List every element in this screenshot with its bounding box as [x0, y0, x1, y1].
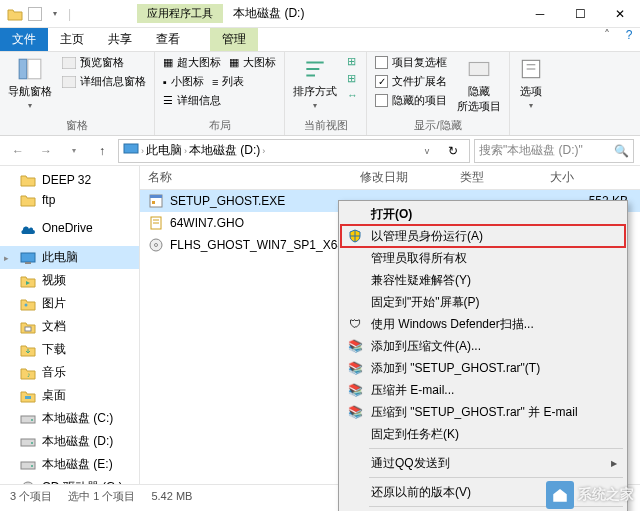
tree-item[interactable]: 本地磁盘 (E:) [0, 453, 139, 476]
separator [369, 448, 623, 449]
svg-point-16 [31, 442, 33, 444]
add-columns[interactable]: ⊞ [345, 71, 360, 86]
col-size[interactable]: 大小 [550, 169, 640, 186]
tree-item[interactable]: ▸此电脑 [0, 246, 139, 269]
tab-file[interactable]: 文件 [0, 28, 48, 51]
cm-compress-rar-email[interactable]: 📚压缩到 "SETUP_GHOST.rar" 并 E-mail [341, 401, 625, 423]
tree-item[interactable]: 图片 [0, 292, 139, 315]
tree-item[interactable]: OneDrive [0, 218, 139, 238]
col-date[interactable]: 修改日期 [360, 169, 460, 186]
back-button[interactable]: ← [6, 139, 30, 163]
cm-open[interactable]: 打开(O) [341, 203, 625, 225]
tree-item[interactable]: 本地磁盘 (D:) [0, 430, 139, 453]
item-checkboxes[interactable]: 项目复选框 [373, 54, 449, 71]
tree-item[interactable]: ♪音乐 [0, 361, 139, 384]
tab-view[interactable]: 查看 [144, 28, 192, 51]
downloads-icon [20, 343, 36, 357]
archive-icon: 📚 [347, 338, 363, 354]
col-name[interactable]: 名称 [140, 169, 360, 186]
history-dropdown[interactable]: v [415, 140, 439, 162]
minimize-button[interactable]: ─ [520, 0, 560, 28]
tree-item-label: 桌面 [42, 387, 66, 404]
ribbon-body: 导航窗格 ▾ 预览窗格 详细信息窗格 窗格 ▦超大图标▦大图标 ▪小图标≡列表 … [0, 52, 640, 136]
help-button[interactable]: ? [618, 28, 640, 51]
svg-rect-3 [62, 76, 76, 88]
cm-compatibility[interactable]: 兼容性疑难解答(Y) [341, 269, 625, 291]
crumb-current[interactable]: 本地磁盘 (D:) [189, 142, 260, 159]
navigation-pane[interactable]: DEEP 32ftpOneDrive▸此电脑视频图片文档下载♪音乐桌面本地磁盘 … [0, 166, 140, 484]
svg-rect-0 [19, 59, 27, 79]
svg-rect-10 [25, 327, 31, 331]
forward-button[interactable]: → [34, 139, 58, 163]
chevron-right-icon[interactable]: › [262, 146, 265, 156]
hide-selected-button[interactable]: 隐藏 所选项目 [455, 54, 503, 116]
pictures-icon [20, 297, 36, 311]
tab-manage[interactable]: 管理 [210, 28, 258, 51]
chevron-right-icon[interactable]: › [141, 146, 144, 156]
file-extensions[interactable]: ✓文件扩展名 [373, 73, 449, 90]
tab-share[interactable]: 共享 [96, 28, 144, 51]
tree-item[interactable]: 下载 [0, 338, 139, 361]
tree-item-label: 本地磁盘 (C:) [42, 410, 113, 427]
up-button[interactable]: ↑ [90, 139, 114, 163]
search-box[interactable]: 搜索"本地磁盘 (D:)" 🔍 [474, 139, 634, 163]
cm-add-to-archive[interactable]: 📚添加到压缩文件(A)... [341, 335, 625, 357]
close-button[interactable]: ✕ [600, 0, 640, 28]
tree-item[interactable]: ftp [0, 190, 139, 210]
hidden-items[interactable]: 隐藏的项目 [373, 92, 449, 109]
tree-item-label: CD 驱动器 (G:) [42, 479, 123, 484]
music-icon: ♪ [20, 366, 36, 380]
cm-add-to-rar[interactable]: 📚添加到 "SETUP_GHOST.rar"(T) [341, 357, 625, 379]
shield-icon [347, 228, 363, 244]
chevron-right-icon[interactable]: › [184, 146, 187, 156]
tree-item[interactable]: 本地磁盘 (C:) [0, 407, 139, 430]
nav-pane-button[interactable]: 导航窗格 ▾ [6, 54, 54, 112]
crumb-root[interactable]: 此电脑 [146, 142, 182, 159]
size-columns[interactable]: ↔ [345, 88, 360, 102]
address-bar: ← → ▾ ↑ › 此电脑 › 本地磁盘 (D:) › v ↻ 搜索"本地磁盘 … [0, 136, 640, 166]
cm-defender-scan[interactable]: 🛡使用 Windows Defender扫描... [341, 313, 625, 335]
cm-restore[interactable]: 还原以前的版本(V) [341, 481, 625, 503]
cm-pin-start[interactable]: 固定到"开始"屏幕(P) [341, 291, 625, 313]
group-by[interactable]: ⊞ [345, 54, 360, 69]
maximize-button[interactable]: ☐ [560, 0, 600, 28]
cm-run-as-admin[interactable]: 以管理员身份运行(A) [341, 225, 625, 247]
file-icon [148, 193, 164, 209]
drive-icon [20, 435, 36, 449]
tree-item[interactable]: CD 驱动器 (G:) [0, 476, 139, 484]
tree-item[interactable]: 桌面 [0, 384, 139, 407]
view-details[interactable]: ☰详细信息 [161, 92, 278, 109]
refresh-button[interactable]: ↻ [441, 140, 465, 162]
chevron-down-icon[interactable]: ▾ [46, 5, 64, 23]
recent-button[interactable]: ▾ [62, 139, 86, 163]
cm-compress-email[interactable]: 📚压缩并 E-mail... [341, 379, 625, 401]
svg-rect-12 [25, 396, 31, 399]
file-icon [148, 215, 164, 231]
folder-icon [20, 173, 36, 187]
col-type[interactable]: 类型 [460, 169, 550, 186]
qat-item[interactable] [28, 7, 42, 21]
tree-item[interactable]: 视频 [0, 269, 139, 292]
ribbon-group-showhide: 项目复选框 ✓文件扩展名 隐藏的项目 隐藏 所选项目 显示/隐藏 [367, 52, 510, 135]
options-button[interactable]: 选项 ▾ [516, 54, 546, 112]
cm-admin-ownership[interactable]: 管理员取得所有权 [341, 247, 625, 269]
archive-icon: 📚 [347, 404, 363, 420]
details-pane-button[interactable]: 详细信息窗格 [60, 73, 148, 90]
view-small[interactable]: ▪小图标≡列表 [161, 73, 278, 90]
sort-by-button[interactable]: 排序方式 ▾ [291, 54, 339, 112]
drive-icon [20, 458, 36, 472]
tree-item[interactable]: DEEP 32 [0, 170, 139, 190]
tree-item[interactable]: 文档 [0, 315, 139, 338]
cm-pin-taskbar[interactable]: 固定到任务栏(K) [341, 423, 625, 445]
view-extra-large[interactable]: ▦超大图标▦大图标 [161, 54, 278, 71]
ribbon-collapse-button[interactable]: ˄ [596, 28, 618, 51]
window-controls: ─ ☐ ✕ [520, 0, 640, 28]
pc-icon [20, 251, 36, 265]
preview-pane-button[interactable]: 预览窗格 [60, 54, 148, 71]
video-icon [20, 274, 36, 288]
folder-icon [20, 193, 36, 207]
shield-icon: 🛡 [347, 316, 363, 332]
breadcrumb[interactable]: › 此电脑 › 本地磁盘 (D:) › v ↻ [118, 139, 470, 163]
cm-qq-send[interactable]: 通过QQ发送到 [341, 452, 625, 474]
tab-home[interactable]: 主页 [48, 28, 96, 51]
